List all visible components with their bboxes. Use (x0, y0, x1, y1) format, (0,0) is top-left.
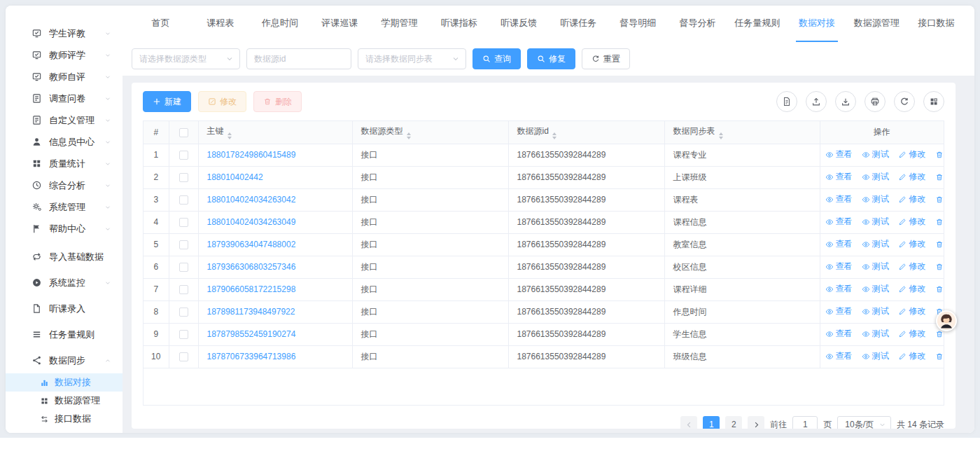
primary-key-link[interactable]: 1879390634047488002 (207, 240, 296, 249)
test-link[interactable]: 测试 (862, 283, 889, 295)
tab[interactable]: 督导明细 (608, 6, 668, 42)
view-link[interactable]: 查看 (825, 261, 853, 272)
delete-link[interactable]: 删除 (935, 171, 944, 183)
page-size-select[interactable]: 10条/页 (837, 416, 891, 429)
test-link[interactable]: 测试 (862, 261, 889, 272)
sidebar-item[interactable]: 系统监控 (6, 270, 122, 296)
sidebar-item[interactable]: 数据对接 (6, 373, 122, 392)
row-checkbox[interactable] (179, 173, 188, 182)
sidebar-item[interactable]: 帮助中心 (6, 218, 122, 240)
tab[interactable]: 听课反馈 (489, 6, 548, 42)
tab[interactable]: 首页 (131, 6, 190, 42)
tab[interactable]: 督导分析 (668, 6, 727, 42)
sidebar-item[interactable]: 导入基础数据 (6, 244, 122, 270)
sidebar-item[interactable]: 任务量规则 (6, 322, 122, 347)
tab[interactable]: 作息时间 (250, 6, 309, 42)
primary-key-link[interactable]: 1880178249860415489 (207, 150, 296, 160)
view-link[interactable]: 查看 (825, 305, 853, 317)
tool-button[interactable] (835, 91, 856, 112)
sort-icon[interactable] (227, 132, 232, 139)
edit-link[interactable]: 修改 (898, 261, 925, 272)
source-id-input[interactable] (246, 48, 351, 69)
row-checkbox[interactable] (179, 195, 188, 205)
primary-key-link[interactable]: 1880104024034263042 (207, 195, 296, 205)
delete-link[interactable]: 删除 (935, 350, 944, 362)
view-link[interactable]: 查看 (825, 328, 853, 340)
delete-link[interactable]: 删除 (935, 261, 944, 272)
test-link[interactable]: 测试 (862, 193, 889, 205)
source-type-select[interactable]: 请选择数据源类型 (132, 48, 240, 69)
search-button[interactable]: 查询 (472, 48, 521, 69)
row-checkbox[interactable] (179, 285, 188, 294)
edit-link[interactable]: 修改 (898, 171, 925, 183)
view-link[interactable]: 查看 (825, 283, 853, 295)
tool-button[interactable] (864, 91, 886, 112)
sync-table-select[interactable]: 请选择数据同步表 (358, 48, 466, 69)
test-link[interactable]: 测试 (862, 305, 889, 317)
sidebar-item[interactable]: 系统管理 (6, 196, 122, 218)
tab[interactable]: 听课指标 (429, 6, 489, 42)
sidebar-item[interactable]: 数据源管理 (6, 392, 122, 410)
primary-key-link[interactable]: 1879366306803257346 (207, 262, 296, 272)
column-header-type[interactable]: 数据源类型 (352, 121, 508, 144)
tab[interactable]: 课程表 (190, 6, 250, 42)
page-number-button[interactable]: 1 (703, 416, 720, 429)
primary-key-link[interactable]: 1878706733964713986 (207, 352, 296, 361)
edit-link[interactable]: 修改 (898, 148, 925, 160)
row-checkbox[interactable] (179, 263, 188, 272)
sidebar-item[interactable]: 接口数据 (6, 410, 122, 428)
tab[interactable]: 数据对接 (787, 6, 846, 42)
edit-link[interactable]: 修改 (898, 238, 925, 250)
view-link[interactable]: 查看 (825, 216, 853, 228)
test-link[interactable]: 测试 (862, 216, 889, 228)
test-link[interactable]: 测试 (862, 171, 889, 183)
tab[interactable]: 学期管理 (370, 6, 429, 42)
primary-key-link[interactable]: 1878981173948497922 (207, 307, 295, 317)
row-checkbox[interactable] (179, 308, 188, 317)
view-link[interactable]: 查看 (825, 350, 853, 362)
sidebar-item[interactable]: 听课录入 (6, 296, 122, 322)
primary-key-link[interactable]: 1878798552459190274 (207, 329, 296, 339)
delete-link[interactable]: 删除 (935, 216, 944, 228)
edit-link[interactable]: 修改 (898, 283, 925, 295)
row-checkbox[interactable] (179, 352, 188, 361)
select-all-checkbox[interactable] (179, 128, 188, 137)
goto-page-input[interactable] (792, 416, 818, 429)
edit-link[interactable]: 修改 (898, 305, 925, 317)
prev-page-button[interactable] (680, 416, 697, 429)
test-link[interactable]: 测试 (862, 148, 889, 160)
row-checkbox[interactable] (179, 330, 188, 339)
reset-button[interactable]: 重置 (582, 48, 630, 69)
edit-link[interactable]: 修改 (898, 328, 925, 340)
delete-link[interactable]: 删除 (935, 148, 944, 160)
sidebar-item[interactable]: 教师自评 (6, 66, 122, 88)
sort-icon[interactable] (407, 132, 411, 139)
sort-icon[interactable] (552, 132, 556, 139)
delete-button[interactable]: 删除 (253, 91, 302, 112)
assistant-avatar[interactable] (936, 310, 957, 331)
column-header-source-id[interactable]: 数据源id (508, 121, 664, 144)
view-link[interactable]: 查看 (825, 148, 853, 160)
primary-key-link[interactable]: 188010402442 (207, 172, 263, 182)
sidebar-item[interactable]: 数据同步 (6, 347, 122, 373)
create-button[interactable]: 新建 (143, 91, 191, 112)
column-header-key[interactable]: 主键 (198, 121, 352, 144)
repair-button[interactable]: 修复 (527, 48, 575, 69)
edit-link[interactable]: 修改 (898, 350, 925, 362)
sidebar-item[interactable]: 信息员中心 (6, 131, 122, 153)
test-link[interactable]: 测试 (862, 238, 889, 250)
tab[interactable]: 评课巡课 (310, 6, 370, 42)
column-header-sync-table[interactable]: 数据同步表 (664, 121, 820, 144)
delete-link[interactable]: 删除 (935, 193, 944, 205)
primary-key-link[interactable]: 1880104024034263049 (207, 217, 296, 227)
row-checkbox[interactable] (179, 240, 188, 249)
sidebar-item[interactable]: 学生评教 (6, 22, 122, 44)
tab[interactable]: 接口数据 (906, 6, 966, 42)
row-checkbox[interactable] (179, 151, 188, 160)
sort-icon[interactable] (719, 132, 723, 139)
sidebar-item[interactable]: 自定义管理 (6, 109, 122, 131)
page-number-button[interactable]: 2 (725, 416, 742, 429)
tab[interactable]: 数据源管理 (847, 6, 906, 42)
delete-link[interactable]: 删除 (935, 238, 944, 250)
edit-link[interactable]: 修改 (898, 193, 925, 205)
